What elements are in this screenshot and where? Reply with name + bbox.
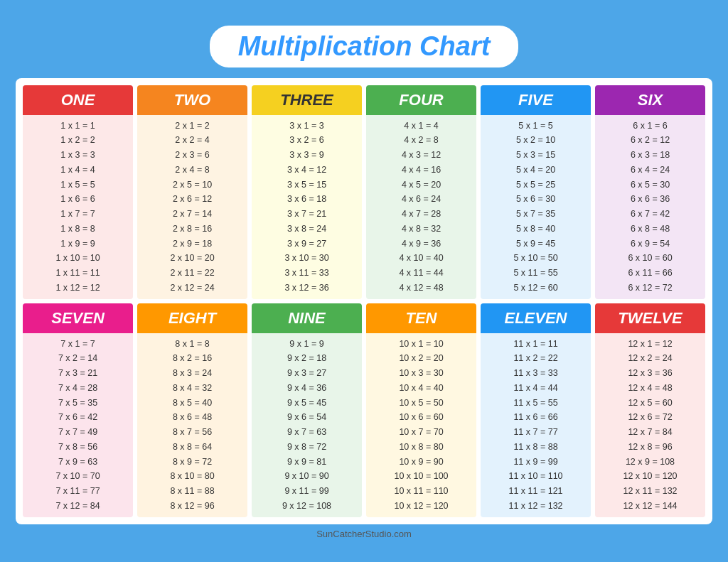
multiplication-row: 11 x 9 = 99 [483, 455, 588, 469]
multiplication-row: 7 x 4 = 28 [26, 382, 130, 395]
multiplication-row: 11 x 8 = 88 [483, 441, 588, 454]
multiplication-row: 3 x 7 = 21 [255, 207, 359, 221]
multiplication-row: 5 x 8 = 40 [483, 222, 588, 236]
multiplication-row: 4 x 12 = 48 [369, 281, 473, 295]
section-six: SIX6 x 1 = 66 x 2 = 126 x 3 = 186 x 4 = … [595, 85, 705, 299]
multiplication-row: 9 x 8 = 72 [255, 441, 359, 454]
section-header-six: SIX [595, 85, 705, 115]
section-body-three: 3 x 1 = 33 x 2 = 63 x 3 = 93 x 4 = 123 x… [252, 115, 362, 299]
multiplication-row: 6 x 1 = 6 [598, 119, 702, 133]
multiplication-row: 6 x 7 = 42 [598, 207, 702, 221]
multiplication-row: 9 x 7 = 63 [255, 426, 359, 439]
multiplication-row: 12 x 12 = 144 [598, 499, 702, 513]
multiplication-row: 9 x 11 = 99 [255, 485, 359, 498]
multiplication-chart: ONE1 x 1 = 11 x 2 = 21 x 3 = 31 x 4 = 41… [16, 78, 712, 524]
multiplication-row: 7 x 3 = 21 [26, 367, 130, 380]
multiplication-row: 3 x 2 = 6 [255, 134, 359, 147]
multiplication-row: 2 x 12 = 24 [140, 281, 245, 295]
multiplication-row: 10 x 7 = 70 [369, 426, 473, 439]
multiplication-row: 3 x 6 = 18 [255, 193, 359, 206]
multiplication-row: 2 x 1 = 2 [140, 119, 245, 133]
multiplication-row: 6 x 11 = 66 [598, 266, 702, 280]
section-header-nine: NINE [252, 303, 362, 333]
multiplication-row: 11 x 4 = 44 [483, 382, 588, 395]
multiplication-row: 12 x 3 = 36 [598, 367, 702, 380]
multiplication-row: 1 x 2 = 2 [26, 134, 130, 147]
multiplication-row: 6 x 3 = 18 [598, 148, 702, 162]
multiplication-row: 2 x 7 = 14 [140, 207, 245, 221]
multiplication-row: 4 x 2 = 8 [369, 134, 473, 147]
multiplication-row: 12 x 7 = 84 [598, 426, 702, 439]
multiplication-row: 10 x 3 = 30 [369, 367, 473, 380]
multiplication-row: 9 x 6 = 54 [255, 411, 359, 424]
multiplication-row: 6 x 9 = 54 [598, 237, 702, 251]
multiplication-row: 1 x 4 = 4 [26, 163, 130, 177]
multiplication-row: 9 x 5 = 45 [255, 396, 359, 410]
multiplication-row: 11 x 6 = 66 [483, 411, 588, 424]
section-body-twelve: 12 x 1 = 1212 x 2 = 2412 x 3 = 3612 x 4 … [595, 333, 705, 517]
multiplication-row: 7 x 12 = 84 [26, 499, 130, 513]
section-header-eleven: ELEVEN [481, 303, 591, 333]
multiplication-row: 8 x 9 = 72 [140, 455, 245, 469]
multiplication-row: 10 x 11 = 110 [369, 485, 473, 498]
multiplication-row: 12 x 4 = 48 [598, 382, 702, 395]
multiplication-row: 9 x 12 = 108 [255, 499, 359, 513]
multiplication-row: 8 x 5 = 40 [140, 396, 245, 410]
section-body-two: 2 x 1 = 22 x 2 = 42 x 3 = 62 x 4 = 82 x … [137, 115, 247, 299]
multiplication-row: 11 x 11 = 121 [483, 485, 588, 498]
multiplication-row: 2 x 10 = 20 [140, 252, 245, 265]
multiplication-row: 5 x 1 = 5 [483, 119, 588, 133]
section-header-two: TWO [137, 85, 247, 115]
multiplication-row: 10 x 10 = 100 [369, 470, 473, 483]
multiplication-row: 7 x 7 = 49 [26, 426, 130, 439]
multiplication-row: 8 x 6 = 48 [140, 411, 245, 424]
section-body-eleven: 11 x 1 = 1111 x 2 = 2211 x 3 = 3311 x 4 … [481, 333, 591, 517]
section-header-twelve: TWELVE [595, 303, 705, 333]
multiplication-row: 4 x 9 = 36 [369, 237, 473, 251]
multiplication-row: 9 x 9 = 81 [255, 455, 359, 469]
multiplication-row: 8 x 3 = 24 [140, 367, 245, 380]
multiplication-row: 9 x 10 = 90 [255, 470, 359, 483]
multiplication-row: 1 x 11 = 11 [26, 266, 130, 280]
multiplication-row: 1 x 6 = 6 [26, 193, 130, 206]
multiplication-row: 8 x 2 = 16 [140, 352, 245, 365]
multiplication-row: 8 x 11 = 88 [140, 485, 245, 498]
multiplication-row: 9 x 3 = 27 [255, 367, 359, 380]
multiplication-row: 7 x 11 = 77 [26, 485, 130, 498]
multiplication-row: 10 x 4 = 40 [369, 382, 473, 395]
multiplication-row: 7 x 9 = 63 [26, 455, 130, 469]
multiplication-row: 5 x 5 = 25 [483, 178, 588, 192]
multiplication-row: 5 x 10 = 50 [483, 252, 588, 265]
multiplication-row: 5 x 12 = 60 [483, 281, 588, 295]
multiplication-row: 9 x 1 = 9 [255, 337, 359, 351]
multiplication-row: 1 x 3 = 3 [26, 148, 130, 162]
multiplication-row: 10 x 5 = 50 [369, 396, 473, 410]
multiplication-row: 3 x 11 = 33 [255, 266, 359, 280]
multiplication-row: 6 x 4 = 24 [598, 163, 702, 177]
section-body-four: 4 x 1 = 44 x 2 = 84 x 3 = 124 x 4 = 164 … [366, 115, 476, 299]
multiplication-row: 10 x 6 = 60 [369, 411, 473, 424]
section-body-six: 6 x 1 = 66 x 2 = 126 x 3 = 186 x 4 = 246… [595, 115, 705, 299]
multiplication-row: 6 x 12 = 72 [598, 281, 702, 295]
multiplication-row: 2 x 6 = 12 [140, 193, 245, 206]
multiplication-row: 4 x 4 = 16 [369, 163, 473, 177]
section-body-seven: 7 x 1 = 77 x 2 = 147 x 3 = 217 x 4 = 287… [23, 333, 133, 517]
multiplication-row: 8 x 1 = 8 [140, 337, 245, 351]
multiplication-row: 12 x 5 = 60 [598, 396, 702, 410]
multiplication-row: 3 x 4 = 12 [255, 163, 359, 177]
multiplication-row: 5 x 7 = 35 [483, 207, 588, 221]
multiplication-row: 4 x 7 = 28 [369, 207, 473, 221]
multiplication-row: 11 x 2 = 22 [483, 352, 588, 365]
section-body-one: 1 x 1 = 11 x 2 = 21 x 3 = 31 x 4 = 41 x … [23, 115, 133, 299]
multiplication-row: 4 x 6 = 24 [369, 193, 473, 206]
section-body-ten: 10 x 1 = 1010 x 2 = 2010 x 3 = 3010 x 4 … [366, 333, 476, 517]
multiplication-row: 8 x 10 = 80 [140, 470, 245, 483]
section-ten: TEN10 x 1 = 1010 x 2 = 2010 x 3 = 3010 x… [366, 303, 476, 517]
multiplication-row: 6 x 5 = 30 [598, 178, 702, 192]
multiplication-row: 3 x 1 = 3 [255, 119, 359, 133]
multiplication-row: 7 x 2 = 14 [26, 352, 130, 365]
multiplication-row: 8 x 4 = 32 [140, 382, 245, 395]
section-three: THREE3 x 1 = 33 x 2 = 63 x 3 = 93 x 4 = … [252, 85, 362, 299]
multiplication-row: 3 x 12 = 36 [255, 281, 359, 295]
multiplication-row: 3 x 5 = 15 [255, 178, 359, 192]
